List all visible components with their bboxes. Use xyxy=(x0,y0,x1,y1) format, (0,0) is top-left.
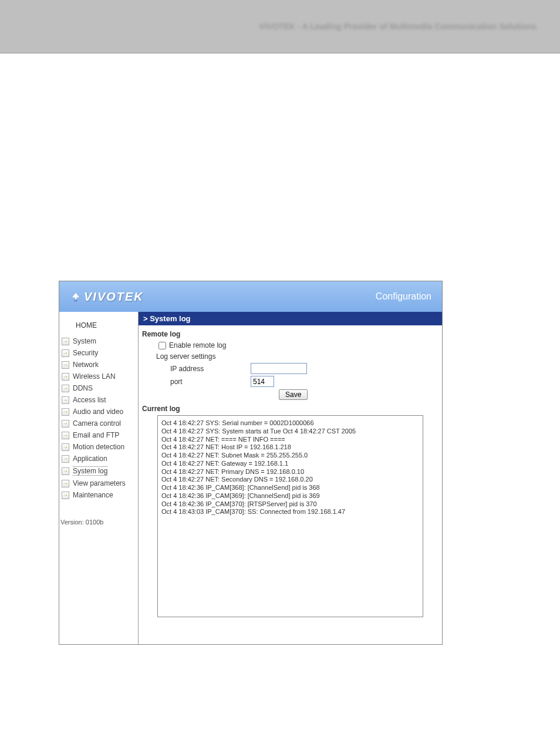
app-body: HOME →System→Security→Network→Wireless L… xyxy=(59,312,442,644)
arrow-right-icon: → xyxy=(62,373,69,381)
sidebar-item-label: System xyxy=(73,337,96,345)
document-top-banner-text: VIVOTEK - A Leading Provider of Multimed… xyxy=(259,22,537,31)
sidebar-item-system[interactable]: →System xyxy=(59,335,138,347)
app-header: VIVOTEK Configuration xyxy=(59,281,442,312)
log-line: Oct 4 18:42:36 IP_CAM[370]: [RTSPServer]… xyxy=(161,500,419,509)
arrow-right-icon: → xyxy=(62,408,69,416)
log-line: Oct 4 18:42:27 NET: Gateway = 192.168.1.… xyxy=(161,460,419,468)
log-server-settings-label: Log server settings xyxy=(142,352,438,361)
log-line: Oct 4 18:42:36 IP_CAM[369]: [ChannelSend… xyxy=(161,492,419,500)
page-title: > System log xyxy=(139,312,442,325)
sidebar-item-motion-detection[interactable]: →Motion detection xyxy=(59,441,138,453)
sidebar-item-label: Access list xyxy=(73,396,106,404)
brand-logo: VIVOTEK xyxy=(70,290,144,304)
log-line: Oct 4 18:42:27 NET: Subnet Mask = 255.25… xyxy=(161,452,419,460)
sidebar-item-label: Application xyxy=(73,455,107,463)
log-line: Oct 4 18:42:27 NET: Host IP = 192.168.1.… xyxy=(161,443,419,452)
log-line: Oct 4 18:42:27 SYS: Serial number = 0002… xyxy=(161,419,419,428)
sidebar-item-label: System log xyxy=(73,466,107,476)
sidebar-item-camera-control[interactable]: →Camera control xyxy=(59,418,138,429)
sidebar-item-label: View parameters xyxy=(73,479,126,487)
sidebar-home-label: HOME xyxy=(76,321,97,329)
log-line: Oct 4 18:42:27 NET: Secondary DNS = 192.… xyxy=(161,476,419,484)
ip-address-input[interactable] xyxy=(251,363,307,374)
log-line: Oct 4 18:42:27 NET: ==== NET INFO ==== xyxy=(161,436,419,444)
log-line: Oct 4 18:42:36 IP_CAM[368]: [ChannelSend… xyxy=(161,484,419,492)
svg-rect-0 xyxy=(75,300,77,301)
sidebar-nav-list: →System→Security→Network→Wireless LAN→DD… xyxy=(59,335,138,501)
arrow-right-icon: → xyxy=(62,443,69,451)
log-line: Oct 4 18:42:27 NET: Primary DNS = 192.16… xyxy=(161,468,419,476)
log-line: Oct 4 18:43:03 IP_CAM[370]: SS: Connecte… xyxy=(161,508,419,516)
current-log-heading: Current log xyxy=(142,405,438,413)
port-label: port xyxy=(142,378,251,386)
sidebar-item-access-list[interactable]: →Access list xyxy=(59,394,138,406)
arrow-right-icon: → xyxy=(62,467,69,475)
sidebar-item-label: Motion detection xyxy=(73,443,124,451)
sidebar-item-application[interactable]: →Application xyxy=(59,453,138,465)
arrow-right-icon: → xyxy=(62,338,69,345)
save-button-row: Save xyxy=(142,389,438,400)
sidebar-item-label: Camera control xyxy=(73,419,121,428)
arrow-right-icon: → xyxy=(62,492,69,499)
sidebar-item-network[interactable]: →Network xyxy=(59,359,138,371)
content-inner: Remote log Enable remote log Log server … xyxy=(139,325,442,624)
arrow-right-icon: → xyxy=(62,396,69,404)
sidebar-item-label: Wireless LAN xyxy=(73,372,116,381)
document-top-banner: VIVOTEK - A Leading Provider of Multimed… xyxy=(0,0,560,53)
sidebar-item-maintenance[interactable]: →Maintenance xyxy=(59,489,138,501)
sidebar-item-label: DDNS xyxy=(73,384,93,392)
sidebar-item-label: Audio and video xyxy=(73,408,123,416)
port-input[interactable] xyxy=(251,376,274,387)
sidebar-home-link[interactable]: HOME xyxy=(59,318,138,335)
arrow-right-icon: → xyxy=(62,349,69,357)
save-button[interactable]: Save xyxy=(279,389,308,400)
arrow-right-icon: → xyxy=(62,361,69,369)
arrow-right-icon: → xyxy=(62,480,69,487)
arrow-right-icon: → xyxy=(62,385,69,392)
content-area: > System log Remote log Enable remote lo… xyxy=(139,312,442,644)
sidebar-item-wireless-lan[interactable]: →Wireless LAN xyxy=(59,371,138,382)
version-label: Version: 0100b xyxy=(59,501,138,531)
sidebar-item-label: Network xyxy=(73,361,99,369)
sidebar-item-label: Maintenance xyxy=(73,491,113,499)
brand-text: VIVOTEK xyxy=(84,290,144,304)
sidebar-item-system-log[interactable]: →System log xyxy=(59,465,138,477)
remote-log-heading: Remote log xyxy=(142,330,438,338)
sidebar-item-view-parameters[interactable]: →View parameters xyxy=(59,477,138,489)
ip-address-row: IP address xyxy=(142,363,438,374)
sidebar-item-email-and-ftp[interactable]: →Email and FTP xyxy=(59,429,138,441)
arrow-right-icon: → xyxy=(62,432,69,439)
save-button-label: Save xyxy=(285,391,301,399)
sidebar-item-security[interactable]: →Security xyxy=(59,347,138,359)
horizontal-rule xyxy=(0,53,560,53)
sidebar: HOME →System→Security→Network→Wireless L… xyxy=(59,312,139,644)
sidebar-item-label: Email and FTP xyxy=(73,431,119,439)
enable-remote-log-row: Enable remote log xyxy=(142,341,438,349)
brand-mark-icon xyxy=(70,290,82,304)
header-right-label: Configuration xyxy=(376,291,431,302)
sidebar-item-ddns[interactable]: →DDNS xyxy=(59,382,138,394)
arrow-right-icon: → xyxy=(62,455,69,463)
sidebar-item-audio-and-video[interactable]: →Audio and video xyxy=(59,406,138,418)
ip-address-label: IP address xyxy=(142,365,251,373)
log-line: Oct 4 18:42:27 SYS: System starts at Tue… xyxy=(161,428,419,436)
app-window: VIVOTEK Configuration HOME →System→Secur… xyxy=(59,281,443,645)
port-row: port xyxy=(142,376,438,387)
sidebar-item-label: Security xyxy=(73,349,98,357)
arrow-right-icon: → xyxy=(62,420,69,428)
current-log-box[interactable]: Oct 4 18:42:27 SYS: Serial number = 0002… xyxy=(157,415,423,617)
enable-remote-log-label[interactable]: Enable remote log xyxy=(169,341,226,349)
enable-remote-log-checkbox[interactable] xyxy=(158,342,166,349)
